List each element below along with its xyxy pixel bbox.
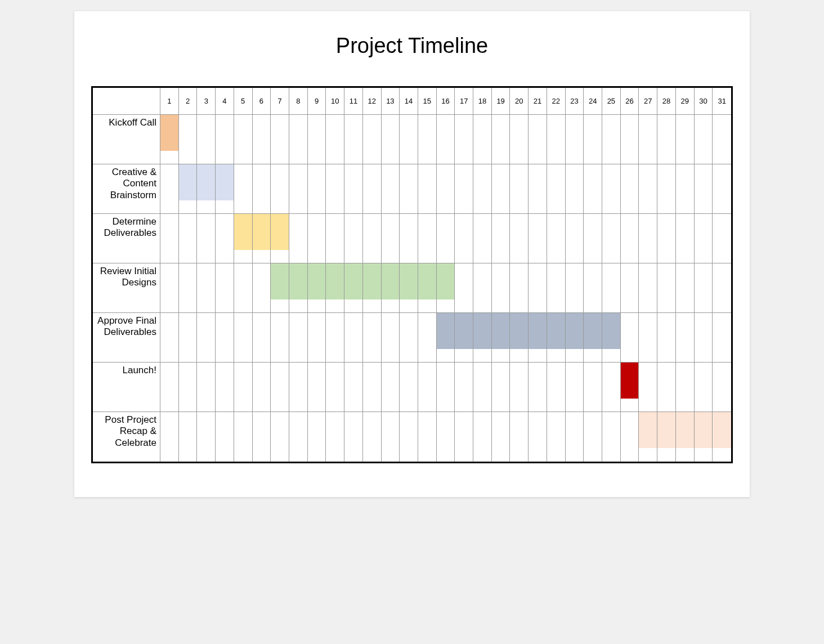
task-label: Review Initial Designs xyxy=(93,263,160,313)
gantt-cell xyxy=(510,115,529,164)
gantt-cell xyxy=(382,115,400,164)
gantt-cell xyxy=(326,263,344,313)
gantt-cell xyxy=(289,313,308,363)
gantt-bar-segment xyxy=(253,214,271,250)
gantt-cell xyxy=(344,412,363,462)
gantt-cell xyxy=(621,214,639,263)
gantt-cell xyxy=(253,363,271,412)
gantt-chart: 1234567891011121314151617181920212223242… xyxy=(91,86,733,463)
header-day: 26 xyxy=(621,88,639,115)
gantt-cell xyxy=(621,412,639,462)
gantt-cell xyxy=(308,115,326,164)
task-label: Post Project Recap & Celebrate xyxy=(93,412,160,462)
gantt-cell xyxy=(713,412,731,462)
task-label: Launch! xyxy=(93,363,160,412)
header-day: 7 xyxy=(271,88,289,115)
gantt-cell xyxy=(344,164,363,214)
gantt-cell xyxy=(289,263,308,313)
gantt-cell xyxy=(271,164,289,214)
gantt-cell xyxy=(566,164,584,214)
gantt-bar-segment xyxy=(473,313,491,349)
gantt-cell xyxy=(437,263,455,313)
gantt-cell xyxy=(529,263,547,313)
gantt-cell xyxy=(308,363,326,412)
gantt-cell xyxy=(179,214,198,263)
gantt-bar-segment xyxy=(326,263,344,299)
gantt-cell xyxy=(621,115,639,164)
gantt-cell xyxy=(510,313,529,363)
gantt-cell xyxy=(160,313,179,363)
gantt-cell xyxy=(234,115,253,164)
gantt-bar-segment xyxy=(695,412,713,448)
gantt-cell xyxy=(566,263,584,313)
gantt-bar-segment xyxy=(234,214,252,250)
gantt-cell xyxy=(271,115,289,164)
gantt-cell xyxy=(695,263,713,313)
gantt-cell xyxy=(492,313,510,363)
gantt-cell xyxy=(253,115,271,164)
gantt-cell xyxy=(657,214,676,263)
gantt-cell xyxy=(621,263,639,313)
gantt-bar-segment xyxy=(179,164,197,200)
gantt-cell xyxy=(676,363,695,412)
gantt-cell xyxy=(695,214,713,263)
gantt-cell xyxy=(695,412,713,462)
header-day: 12 xyxy=(363,88,382,115)
gantt-cell xyxy=(160,115,179,164)
gantt-bar-segment xyxy=(676,412,694,448)
gantt-bar-segment xyxy=(216,164,234,200)
gantt-cell xyxy=(657,164,676,214)
header-day: 8 xyxy=(289,88,308,115)
gantt-cell xyxy=(639,115,657,164)
gantt-cell xyxy=(344,214,363,263)
header-day: 18 xyxy=(473,88,492,115)
gantt-cell xyxy=(418,313,437,363)
gantt-cell xyxy=(363,214,382,263)
gantt-cell xyxy=(639,263,657,313)
gantt-cell xyxy=(547,115,566,164)
gantt-cell xyxy=(418,115,437,164)
gantt-bar-segment xyxy=(657,412,675,448)
gantt-cell xyxy=(344,263,363,313)
gantt-cell xyxy=(418,412,437,462)
gantt-cell xyxy=(602,313,621,363)
gantt-cell xyxy=(529,164,547,214)
gantt-cell xyxy=(234,313,253,363)
gantt-cell xyxy=(492,164,510,214)
gantt-cell xyxy=(547,164,566,214)
gantt-cell xyxy=(216,363,234,412)
gantt-bar-segment xyxy=(437,263,455,299)
task-label: Creative & Content Brainstorm xyxy=(93,164,160,214)
gantt-cell xyxy=(234,263,253,313)
header-day: 2 xyxy=(179,88,198,115)
gantt-bar-segment xyxy=(363,263,381,299)
gantt-cell xyxy=(179,363,198,412)
header-day: 15 xyxy=(418,88,437,115)
gantt-cell xyxy=(584,214,602,263)
gantt-cell xyxy=(400,115,418,164)
header-day: 29 xyxy=(676,88,695,115)
gantt-cell xyxy=(473,115,492,164)
gantt-cell xyxy=(473,412,492,462)
gantt-bar-segment xyxy=(418,263,436,299)
document-page: Project Timeline 12345678910111213141516… xyxy=(74,11,750,497)
gantt-cell xyxy=(639,363,657,412)
gantt-cell xyxy=(657,363,676,412)
gantt-cell xyxy=(179,115,198,164)
gantt-cell xyxy=(639,164,657,214)
header-day: 5 xyxy=(234,88,253,115)
gantt-cell xyxy=(621,363,639,412)
gantt-cell xyxy=(510,214,529,263)
gantt-bar-segment xyxy=(602,313,620,349)
gantt-bar-segment xyxy=(621,363,639,399)
gantt-cell xyxy=(695,363,713,412)
gantt-cell xyxy=(455,412,473,462)
gantt-cell xyxy=(547,412,566,462)
gantt-bar-segment xyxy=(197,164,215,200)
gantt-cell xyxy=(584,115,602,164)
gantt-cell xyxy=(639,313,657,363)
header-day: 10 xyxy=(326,88,344,115)
gantt-cell xyxy=(584,412,602,462)
gantt-cell xyxy=(197,214,216,263)
gantt-cell xyxy=(455,164,473,214)
